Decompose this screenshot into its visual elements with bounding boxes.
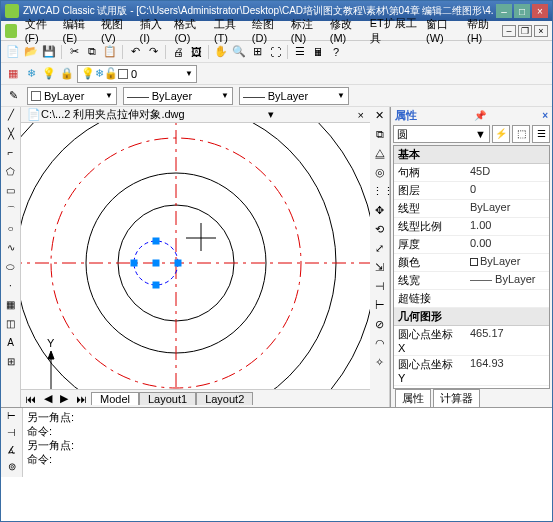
prop-grid[interactable]: 基本 句柄45D图层0线型ByLayer线型比例1.00厚度0.00颜色ByLa… [393,145,550,389]
help-icon[interactable]: ? [328,44,344,60]
prop-row[interactable]: 颜色ByLayer [394,254,549,272]
freeze-icon[interactable]: ❄ [23,66,39,82]
match-icon[interactable]: ✎ [5,88,21,104]
prop-row[interactable]: 图层0 [394,182,549,200]
dim3-icon[interactable]: ∡ [4,444,20,458]
linetype-combo[interactable]: —— ByLayer▼ [123,87,233,105]
prop-pick-icon[interactable]: ⬚ [512,125,530,143]
fillet-icon[interactable]: ◠ [372,337,388,353]
grip-n[interactable] [153,238,160,245]
prop-filter-icon[interactable]: ☰ [532,125,550,143]
command-history[interactable]: 另一角点: 命令: 另一角点: 命令: [23,408,552,477]
prop-row[interactable]: 线型比例1.00 [394,218,549,236]
prop-selection-combo[interactable]: 圆▼ [393,125,490,143]
prop-qselect-icon[interactable]: ⚡ [492,125,510,143]
copy2-icon[interactable]: ⧉ [372,128,388,144]
line-icon[interactable]: ╱ [3,109,19,125]
spline-icon[interactable]: ∿ [3,242,19,258]
offset-icon[interactable]: ◎ [372,166,388,182]
dim4-icon[interactable]: ⊚ [4,461,20,475]
xline-icon[interactable]: ╳ [3,128,19,144]
pline-icon[interactable]: ⌐ [3,147,19,163]
prop-tab-calc[interactable]: 计算器 [433,389,480,408]
menu-file[interactable]: 文件(F) [21,17,59,44]
region-icon[interactable]: ◫ [3,318,19,334]
bulb-icon[interactable]: 💡 [41,66,57,82]
prop-row[interactable]: 圆心点坐标 Y164.93 [394,356,549,386]
erase-icon[interactable]: ✕ [372,109,388,125]
prop-row[interactable]: 圆心点坐标 X465.17 [394,326,549,356]
open-icon[interactable]: 📂 [23,44,39,60]
grip-w[interactable] [131,260,138,267]
drawing-canvas[interactable]: X Y [21,123,370,389]
maximize-button[interactable]: □ [514,4,530,18]
tab-layout2[interactable]: Layout2 [196,392,253,405]
calc-icon[interactable]: 🖩 [310,44,326,60]
tab-last-icon[interactable]: ⏭ [72,393,91,405]
mdi-minimize[interactable]: – [502,25,516,37]
trim-icon[interactable]: ⊣ [372,280,388,296]
redo-icon[interactable]: ↷ [145,44,161,60]
zoom-icon[interactable]: 🔍 [231,44,247,60]
save-icon[interactable]: 💾 [41,44,57,60]
grip-e[interactable] [175,260,182,267]
menu-window[interactable]: 窗口(W) [422,17,463,44]
undo-icon[interactable]: ↶ [127,44,143,60]
prop-row[interactable]: 线宽—— ByLayer [394,272,549,290]
text-icon[interactable]: A [3,337,19,353]
menu-help[interactable]: 帮助(H) [463,17,502,44]
menu-format[interactable]: 格式(O) [170,17,209,44]
prop-row[interactable]: 句柄45D [394,164,549,182]
prop-row[interactable]: 超链接 [394,290,549,308]
tab-first-icon[interactable]: ⏮ [21,393,40,405]
menu-dim[interactable]: 标注(N) [287,17,326,44]
lock-icon[interactable]: 🔒 [59,66,75,82]
rect-icon[interactable]: ▭ [3,185,19,201]
layer-combo[interactable]: 💡❄🔓 0 ▼ [77,65,197,83]
array-icon[interactable]: ⋮⋮ [372,185,388,201]
grip-s[interactable] [153,282,160,289]
tab-next-icon[interactable]: ▶ [56,392,72,405]
close-button[interactable]: × [532,4,548,18]
menu-modify[interactable]: 修改(M) [326,17,366,44]
lineweight-combo[interactable]: —— ByLayer▼ [239,87,349,105]
table-icon[interactable]: ⊞ [3,356,19,372]
prop-tab-props[interactable]: 属性 [395,389,431,408]
mdi-restore[interactable]: ❐ [518,25,532,37]
extend-icon[interactable]: ⊢ [372,299,388,315]
scale-icon[interactable]: ⤢ [372,242,388,258]
dim-icon[interactable]: ⊢ [4,410,20,424]
tab-model[interactable]: Model [91,392,139,405]
mirror-icon[interactable]: ⧋ [372,147,388,163]
rotate-icon[interactable]: ⟲ [372,223,388,239]
menu-et[interactable]: ET扩展工具 [366,16,422,46]
canvas-pin-icon[interactable]: ▾ [268,108,274,121]
cut-icon[interactable]: ✂ [66,44,82,60]
menu-view[interactable]: 视图(V) [97,17,135,44]
prop-close-icon[interactable]: × [542,110,548,121]
minimize-button[interactable]: – [496,4,512,18]
print-icon[interactable]: 🖨 [170,44,186,60]
props-icon[interactable]: ☰ [292,44,308,60]
color-combo[interactable]: ByLayer▼ [27,87,117,105]
zoomwin-icon[interactable]: ⊞ [249,44,265,60]
canvas-close-icon[interactable]: × [358,109,364,121]
tab-prev-icon[interactable]: ◀ [40,392,56,405]
zoomext-icon[interactable]: ⛶ [267,44,283,60]
prop-row[interactable]: 线型ByLayer [394,200,549,218]
prop-row[interactable]: 厚度0.00 [394,236,549,254]
new-icon[interactable]: 📄 [5,44,21,60]
ellipse-icon[interactable]: ⬭ [3,261,19,277]
move-icon[interactable]: ✥ [372,204,388,220]
menu-tools[interactable]: 工具(T) [210,17,248,44]
stretch-icon[interactable]: ⇲ [372,261,388,277]
point-icon[interactable]: · [3,280,19,296]
prop-pin-icon[interactable]: 📌 [474,110,486,121]
layer-icon[interactable]: ▦ [5,66,21,82]
menu-insert[interactable]: 插入(I) [136,17,171,44]
arc-icon[interactable]: ⌒ [3,204,19,220]
mdi-close[interactable]: × [534,25,548,37]
menu-draw[interactable]: 绘图(D) [248,17,287,44]
menu-edit[interactable]: 编辑(E) [59,17,97,44]
tab-layout1[interactable]: Layout1 [139,392,196,405]
